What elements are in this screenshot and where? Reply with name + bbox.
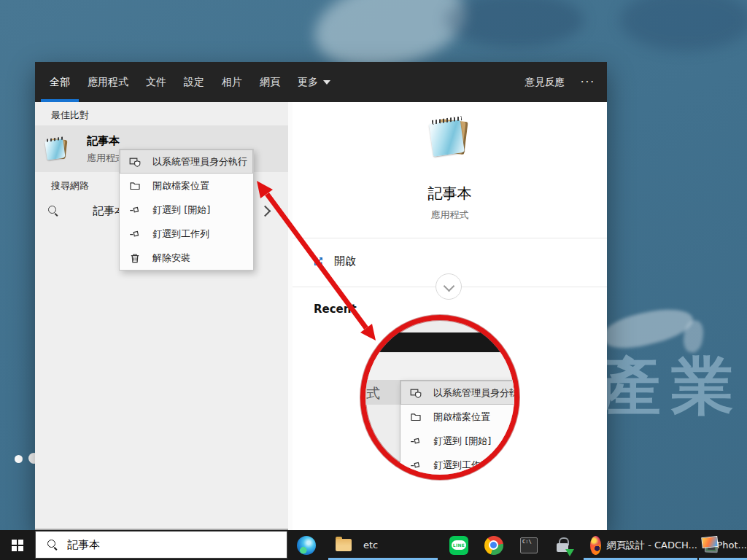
taskbar-search-box[interactable]: 記事本	[35, 531, 287, 559]
menu-item-uninstall[interactable]: 解除安裝	[120, 246, 253, 270]
tab-all[interactable]: 全部	[41, 62, 79, 102]
pin-icon	[410, 459, 422, 471]
search-icon	[47, 539, 58, 551]
trash-icon	[129, 252, 141, 264]
taskbar-button-label: Phot...	[716, 540, 747, 551]
taskbar-button-explorer-etc[interactable]: etc	[328, 530, 438, 560]
preview-app-subtitle: 應用程式	[293, 209, 607, 222]
search-web-header: 搜尋網路	[51, 179, 89, 192]
search-filter-tabs: 全部 應用程式 文件 設定 相片 網頁 更多	[41, 62, 339, 102]
windows-search-panel: 全部 應用程式 文件 設定 相片 網頁 更多 意見反應 ··· 最佳比對 記事本	[35, 62, 607, 530]
taskbar-search-value: 記事本	[67, 538, 100, 552]
best-match-header: 最佳比對	[51, 109, 89, 122]
pin-icon	[129, 228, 141, 240]
wallpaper-watermark-text: 產業	[598, 344, 744, 429]
magnified-menu-item-pin-to-start: 釘選到 [開始]	[400, 429, 519, 453]
launch-icon	[312, 255, 325, 268]
annotation-zoom-circle: 式 以系統管理員身分執行 開啟檔案位置 釘選到 [開始]	[360, 315, 519, 480]
preview-app-title: 記事本	[293, 184, 607, 203]
taskbar: 記事本 etc LINE C:\ 網頁設計 - CADCH... Phot...	[0, 530, 747, 560]
taskbar-button-cmd[interactable]: C:\	[511, 530, 546, 560]
magnified-panel-band	[365, 352, 514, 380]
command-prompt-icon: C:\	[520, 537, 538, 553]
expand-chevron-button[interactable]	[436, 273, 462, 300]
chevron-down-icon	[444, 281, 455, 292]
pin-icon	[410, 435, 422, 447]
chrome-icon	[484, 536, 503, 555]
recent-header: Recent	[314, 303, 357, 316]
open-action-row[interactable]: 開啟	[293, 248, 607, 274]
menu-item-pin-to-start[interactable]: 釘選到 [開始]	[120, 198, 253, 222]
taskbar-button-label: etc	[363, 540, 378, 551]
notepad-icon-large	[428, 115, 471, 158]
magnified-partial-text: 式	[366, 384, 380, 403]
best-match-title: 記事本	[87, 134, 120, 148]
start-button[interactable]	[0, 530, 35, 560]
windows-logo-icon	[12, 540, 23, 551]
tab-photos[interactable]: 相片	[213, 62, 251, 102]
tab-settings[interactable]: 設定	[175, 62, 213, 102]
taskbar-button-chrome[interactable]	[476, 530, 511, 560]
tab-web[interactable]: 網頁	[251, 62, 289, 102]
feedback-button[interactable]: 意見反應	[525, 76, 565, 89]
wallpaper-photo-shape	[445, 0, 584, 47]
photo-viewer-icon	[702, 537, 713, 554]
tab-documents[interactable]: 文件	[137, 62, 175, 102]
folder-icon	[410, 411, 422, 423]
menu-item-run-as-admin[interactable]: 以系統管理員身分執行	[120, 149, 253, 174]
overflow-menu-button[interactable]: ···	[581, 76, 595, 89]
chevron-right-icon[interactable]	[260, 206, 271, 217]
folder-icon	[129, 180, 141, 192]
firefox-icon	[590, 536, 601, 555]
taskbar-button-label: 網頁設計 - CADCH...	[607, 539, 697, 552]
search-icon	[47, 205, 59, 217]
line-icon: LINE	[449, 536, 468, 555]
magnified-menu-item-open-file-location: 開啟檔案位置	[400, 405, 519, 429]
taskbar-button-firefox[interactable]: 網頁設計 - CADCH...	[584, 530, 697, 560]
magnified-header-band	[365, 332, 514, 352]
magnified-menu-item-run-as-admin: 以系統管理員身分執行	[400, 381, 519, 405]
taskbar-button-lock-app[interactable]	[546, 530, 581, 560]
tab-more[interactable]: 更多	[289, 62, 339, 102]
notepad-icon	[44, 136, 69, 161]
run-as-admin-icon	[410, 387, 422, 399]
pin-icon	[129, 204, 141, 216]
chevron-down-icon	[323, 80, 330, 85]
folder-icon	[336, 539, 352, 551]
open-action-label: 開啟	[334, 254, 356, 268]
tab-apps[interactable]: 應用程式	[79, 62, 137, 102]
wallpaper-dot	[15, 455, 23, 463]
wallpaper-photo-shape	[620, 0, 747, 51]
taskbar-button-photos[interactable]: Phot...	[699, 530, 747, 560]
menu-item-open-file-location[interactable]: 開啟檔案位置	[120, 174, 253, 198]
taskbar-button-edge[interactable]	[289, 530, 324, 560]
search-filter-bar: 全部 應用程式 文件 設定 相片 網頁 更多 意見反應 ···	[35, 62, 607, 102]
edge-icon	[297, 536, 316, 555]
menu-item-pin-to-taskbar[interactable]: 釘選到工作列	[120, 222, 253, 246]
run-as-admin-icon	[129, 156, 141, 168]
context-menu: 以系統管理員身分執行 開啟檔案位置 釘選到 [開始] 釘選到工作列	[119, 149, 254, 271]
lock-icon	[555, 536, 573, 555]
taskbar-button-line[interactable]: LINE	[441, 530, 476, 560]
divider	[293, 238, 607, 238]
